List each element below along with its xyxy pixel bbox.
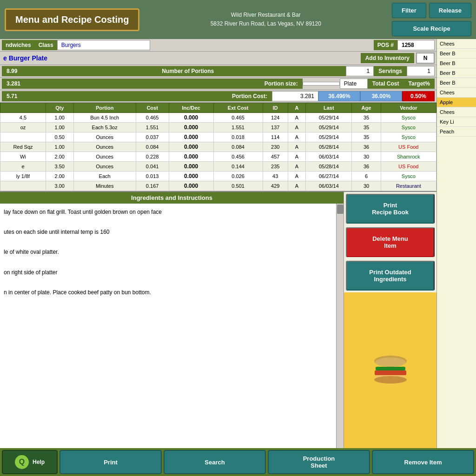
portion-cost-label: Portion Cost: xyxy=(30,91,272,101)
col-last: Last xyxy=(306,103,352,113)
cell-extcost: 0.501 xyxy=(213,181,263,191)
cell-extcost: 0.018 xyxy=(213,132,263,142)
cell-name: 4.5 xyxy=(0,113,46,123)
category-field: ndwiches xyxy=(2,40,35,50)
portions-label: Number of Portions xyxy=(30,66,346,76)
cell-extcost: 1.551 xyxy=(213,123,263,132)
cell-last: 06/03/14 xyxy=(306,181,352,191)
cell-a: A xyxy=(288,152,306,162)
side-panel-item[interactable]: Apple xyxy=(437,98,476,107)
portion-type[interactable]: Plate xyxy=(340,79,368,89)
table-row[interactable]: ly 1/8f 2.00 Each 0.013 0.000 0.026 43 A… xyxy=(0,172,436,181)
side-panel-item[interactable]: Key Li xyxy=(437,117,476,127)
cell-a: A xyxy=(288,132,306,142)
form-section: ndwiches Class Burgers POS # 1258 e Burg… xyxy=(0,39,436,103)
table-row[interactable]: 4.5 1.00 Bun 4.5 Inch 0.465 0.000 0.465 … xyxy=(0,113,436,123)
delete-menu-item-button[interactable]: Delete Menu Item xyxy=(346,227,435,257)
q-icon: Q xyxy=(15,455,29,469)
cell-id: 137 xyxy=(263,123,288,132)
cell-age: 30 xyxy=(352,152,381,162)
portion-size-value[interactable] xyxy=(303,82,340,86)
cell-vendor: Sysco xyxy=(381,132,436,142)
price-box: 8.99 xyxy=(2,66,30,76)
cell-last: 05/29/14 xyxy=(306,113,352,123)
bottom-section: Ingredients and Instructions lay face do… xyxy=(0,191,436,448)
table-row[interactable]: Red Sqz 1.00 Ounces 0.084 0.000 0.084 23… xyxy=(0,142,436,152)
cell-a: A xyxy=(288,113,306,123)
search-button[interactable]: Search xyxy=(164,450,266,474)
table-row[interactable]: 3.00 Minutes 0.167 0.000 0.501 429 A 06/… xyxy=(0,181,436,191)
svg-point-1 xyxy=(375,357,406,367)
col-a: A xyxy=(288,103,306,113)
cell-portion: Ounces xyxy=(73,142,136,152)
side-panel-item[interactable]: Beer B xyxy=(437,78,476,88)
instructions-text: lay face down on flat grill. Toast until… xyxy=(0,204,336,448)
cell-cost: 0.167 xyxy=(136,181,169,191)
cell-last: 05/29/14 xyxy=(306,123,352,132)
cell-portion: Ounces xyxy=(73,152,136,162)
side-panel-item[interactable]: Beer B xyxy=(437,68,476,78)
cell-extcost: 0.465 xyxy=(213,113,263,123)
portions-value[interactable]: 1 xyxy=(346,66,374,76)
side-panel-item[interactable]: Beer B xyxy=(437,59,476,68)
cell-portion: Ounces xyxy=(73,132,136,142)
side-panel-item[interactable]: Chees xyxy=(437,88,476,98)
cell-cost: 0.084 xyxy=(136,142,169,152)
side-panel-item[interactable]: Peach xyxy=(437,127,476,137)
cell-qty: 1.00 xyxy=(46,142,73,152)
cell-vendor: Shamrock xyxy=(381,152,436,162)
cell-cost: 0.465 xyxy=(136,113,169,123)
side-panel-item[interactable]: Chees xyxy=(437,39,476,49)
form-row5: 5.71 Portion Cost: 3.281 36.496% 36.00% … xyxy=(0,90,436,103)
production-sheet-button[interactable]: Production Sheet xyxy=(268,450,370,474)
content-area: ndwiches Class Burgers POS # 1258 e Burg… xyxy=(0,39,436,448)
cell-age: 30 xyxy=(352,181,381,191)
table-row[interactable]: 0.50 Ounces 0.037 0.000 0.018 114 A 05/2… xyxy=(0,132,436,142)
cell-id: 457 xyxy=(263,152,288,162)
add-inv-value[interactable]: N xyxy=(416,53,435,64)
cell-qty: 3.00 xyxy=(46,181,73,191)
instructions-scrollbar[interactable] xyxy=(336,204,344,448)
scale-recipe-button[interactable]: Scale Recipe xyxy=(392,21,471,36)
cell-portion: Each xyxy=(73,172,136,181)
side-panel-item[interactable]: Beer B xyxy=(437,49,476,59)
table-row[interactable]: e 3.50 Ounces 0.041 0.000 0.144 235 A 05… xyxy=(0,162,436,172)
cell-extcost: 0.456 xyxy=(213,152,263,162)
cell-name: ly 1/8f xyxy=(0,172,46,181)
cost-box: 3.281 xyxy=(2,79,30,89)
remove-item-button[interactable]: Remove Item xyxy=(372,450,474,474)
header: Menu and Recipe Costing Wild River Resta… xyxy=(0,0,476,39)
item-name[interactable]: e Burger Plate xyxy=(2,53,359,63)
cell-vendor: Sysco xyxy=(381,113,436,123)
help-button[interactable]: Q Help xyxy=(2,450,58,474)
cell-portion: Each 5.3oz xyxy=(73,123,136,132)
filter-button[interactable]: Filter xyxy=(392,3,426,18)
table-row[interactable]: Wi 2.00 Ounces 0.228 0.000 0.456 457 A 0… xyxy=(0,152,436,162)
help-label: Help xyxy=(33,459,45,465)
ingredients-table: Qty Portion Cost Inc/Dec Ext Cost ID A L… xyxy=(0,103,436,191)
cell-a: A xyxy=(288,181,306,191)
cell-cost: 0.041 xyxy=(136,162,169,172)
side-panel-item[interactable]: Chees xyxy=(437,107,476,117)
print-outdated-button[interactable]: Print Outdated Ingredients xyxy=(346,261,435,291)
cell-id: 429 xyxy=(263,181,288,191)
cell-qty: 1.00 xyxy=(46,113,73,123)
print-button[interactable]: Print xyxy=(60,450,162,474)
servings-value[interactable]: 1 xyxy=(407,66,435,76)
cell-qty: 2.00 xyxy=(46,152,73,162)
add-inv-label: Add to Inventory xyxy=(361,53,414,63)
instructions-content: lay face down on flat grill. Toast until… xyxy=(0,204,344,448)
class-value[interactable]: Burgers xyxy=(57,40,150,50)
servings-label: Servings xyxy=(374,66,407,76)
cell-cost: 0.037 xyxy=(136,132,169,142)
cell-name xyxy=(0,181,46,191)
table-row[interactable]: oz 1.00 Each 5.3oz 1.551 0.000 1.551 137… xyxy=(0,123,436,132)
portion-cost-value[interactable]: 3.281 xyxy=(272,91,318,101)
print-recipe-book-button[interactable]: Print Recipe Book xyxy=(346,194,435,224)
svg-rect-2 xyxy=(376,367,405,370)
cell-qty: 2.00 xyxy=(46,172,73,181)
col-vendor: Vendor xyxy=(381,103,436,113)
instructions-header: Ingredients and Instructions xyxy=(0,192,344,204)
release-button[interactable]: Release xyxy=(429,3,471,18)
pos-value[interactable]: 1258 xyxy=(397,40,435,50)
